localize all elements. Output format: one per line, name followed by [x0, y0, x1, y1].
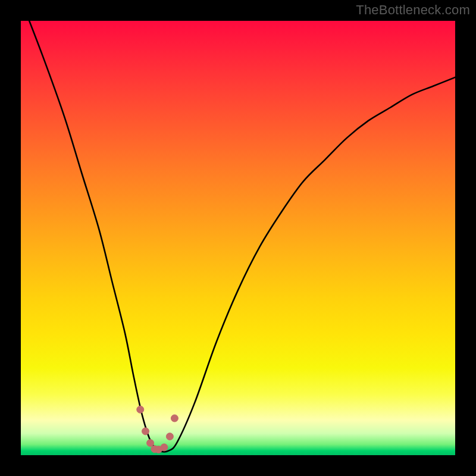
watermark-text: TheBottleneck.com	[356, 2, 470, 18]
optimum-marker	[166, 433, 173, 440]
optimum-marker	[147, 440, 154, 447]
chart-root: TheBottleneck.com	[0, 0, 476, 476]
curve-svg	[21, 21, 455, 455]
optimum-marker	[171, 415, 178, 422]
optimum-marker	[161, 444, 168, 451]
optimum-marker	[137, 406, 144, 413]
optimum-marker	[142, 428, 149, 435]
optimum-markers	[137, 406, 178, 453]
plot-area	[21, 21, 455, 455]
bottleneck-curve	[21, 21, 455, 452]
